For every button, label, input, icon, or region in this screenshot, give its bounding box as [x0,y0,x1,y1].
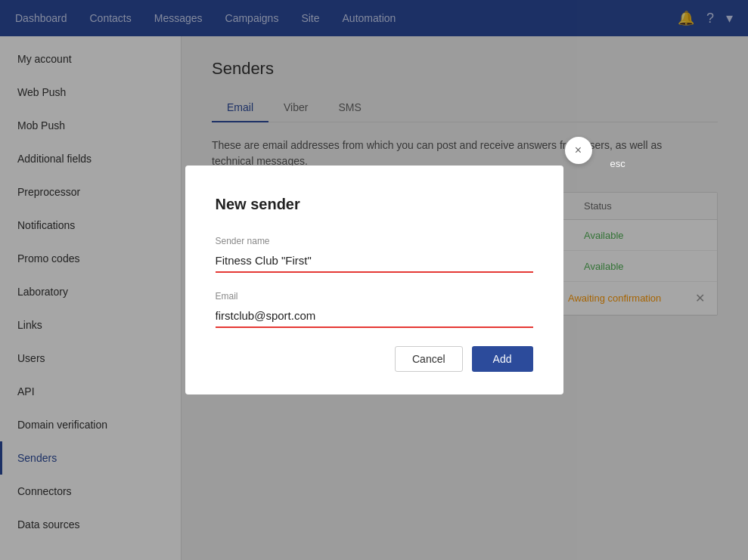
close-modal-button[interactable]: × [565,137,592,164]
modal-actions: Cancel Add [216,346,533,372]
new-sender-modal: × esc New sender Sender name Email Cance… [185,166,563,394]
sender-name-input[interactable] [216,249,533,273]
email-label: Email [216,291,533,302]
esc-label: esc [610,158,625,169]
modal-title: New sender [216,196,533,213]
modal-overlay: × esc New sender Sender name Email Cance… [0,0,748,560]
sender-name-label: Sender name [216,236,533,246]
email-field: Email [216,291,533,328]
email-input[interactable] [216,305,533,328]
cancel-button[interactable]: Cancel [395,346,463,372]
add-button[interactable]: Add [472,346,533,372]
sender-name-field: Sender name [216,236,533,273]
close-icon: × [575,144,582,157]
